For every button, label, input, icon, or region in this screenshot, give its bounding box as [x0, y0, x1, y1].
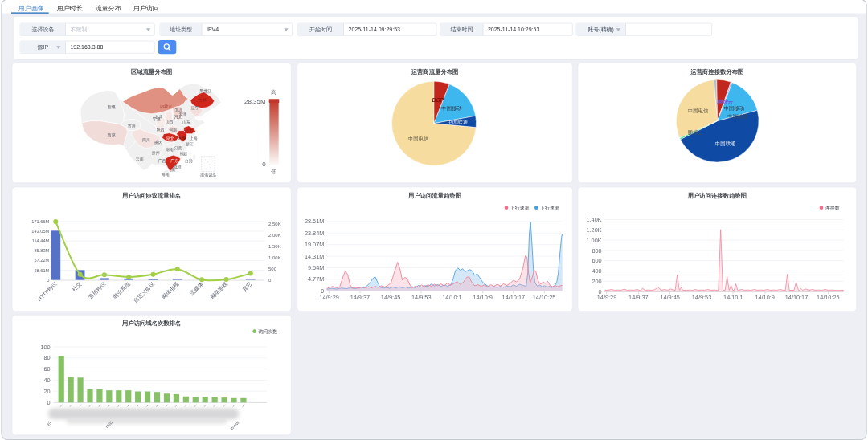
svg-text:1.40K: 1.40K	[587, 216, 602, 223]
svg-text:20: 20	[44, 388, 51, 395]
svg-text:14/10:9: 14/10:9	[473, 294, 492, 301]
svg-text:23.84M: 23.84M	[305, 230, 324, 237]
svg-text:0: 0	[262, 161, 266, 168]
svg-text:100: 100	[40, 344, 50, 351]
svg-text:中国联通: 中国联通	[715, 141, 735, 147]
svg-text:用户访问流量趋势图: 用户访问流量趋势图	[407, 192, 461, 199]
svg-text:福建: 福建	[180, 151, 188, 157]
svg-text:广西: 广西	[158, 158, 166, 164]
svg-text:内蒙古: 内蒙古	[160, 104, 172, 108]
svg-text:山东: 山东	[182, 120, 190, 124]
svg-text:14/10:25: 14/10:25	[817, 294, 840, 301]
svg-text:区域流量分布图: 区域流量分布图	[131, 68, 172, 75]
svg-text:连接数: 连接数	[825, 205, 840, 211]
svg-text:低: 低	[271, 169, 276, 174]
svg-text:14/9:29: 14/9:29	[319, 294, 338, 301]
svg-text:海南: 海南	[162, 172, 170, 177]
svg-text:14/9:37: 14/9:37	[350, 294, 370, 301]
svg-text:山西: 山西	[166, 119, 174, 124]
svg-text:河北: 河北	[174, 114, 182, 120]
svg-text:访问次数: 访问次数	[258, 328, 277, 335]
svg-text:湖北: 湖北	[166, 136, 174, 141]
svg-text:2.50K: 2.50K	[268, 222, 281, 226]
svg-text:600: 600	[592, 257, 601, 264]
svg-text:贵州: 贵州	[152, 150, 160, 155]
svg-text:中国铁通: 中国铁通	[727, 113, 747, 120]
svg-text:吉林: 吉林	[199, 97, 207, 102]
svg-text:中国移动: 中国移动	[441, 105, 461, 112]
svg-text:用户访问协议流量排名: 用户访问协议流量排名	[121, 192, 181, 199]
svg-text:14/9:53: 14/9:53	[692, 294, 711, 301]
svg-text:四川: 四川	[142, 137, 150, 143]
svg-text:14/10:17: 14/10:17	[502, 294, 526, 301]
svg-text:4.77M: 4.77M	[308, 275, 324, 283]
svg-text:青海: 青海	[128, 123, 136, 128]
svg-text:下行速率: 下行速率	[540, 205, 559, 210]
svg-text:85.83M: 85.83M	[34, 248, 49, 253]
svg-text:江西: 江西	[174, 145, 182, 151]
svg-text:江苏: 江苏	[186, 128, 194, 134]
svg-text:57.22M: 57.22M	[34, 258, 49, 263]
svg-text:14/10:1: 14/10:1	[442, 294, 461, 301]
svg-text:陕西: 陕西	[157, 127, 165, 132]
svg-text:14/10:1: 14/10:1	[723, 294, 743, 301]
svg-text:0: 0	[47, 278, 49, 283]
svg-text:1.50K: 1.50K	[268, 244, 281, 249]
svg-text:重庆: 重庆	[154, 140, 162, 145]
svg-text:114.44M: 114.44M	[32, 238, 50, 243]
svg-text:网络电视: 网络电视	[161, 281, 181, 301]
svg-text:中国联通: 中国联通	[448, 119, 468, 125]
svg-text:BGP: BGP	[432, 97, 444, 103]
svg-text:0: 0	[47, 399, 51, 406]
svg-text:广东: 广东	[170, 158, 178, 163]
svg-text:其它: 其它	[240, 281, 253, 294]
svg-text:14/9:45: 14/9:45	[381, 294, 400, 301]
svg-text:黑龙江: 黑龙江	[199, 88, 211, 94]
svg-text:中国电信: 中国电信	[408, 136, 429, 142]
svg-text:西藏: 西藏	[108, 132, 116, 138]
svg-text:143.05M: 143.05M	[31, 229, 49, 234]
svg-text:运营商连接数分布图: 运营商连接数分布图	[690, 68, 743, 75]
svg-text:上海: 上海	[190, 136, 198, 141]
svg-text:鹏博士: 鹏博士	[688, 129, 704, 136]
svg-text:171.66M: 171.66M	[31, 219, 49, 224]
svg-text:运营商流量分布图: 运营商流量分布图	[411, 68, 459, 75]
svg-text:南海诸岛: 南海诸岛	[200, 173, 216, 178]
svg-text:80: 80	[44, 354, 51, 361]
svg-text:用户访问连接数趋势图: 用户访问连接数趋势图	[687, 192, 747, 199]
svg-text:14/9:45: 14/9:45	[660, 294, 679, 301]
svg-text:高: 高	[271, 89, 276, 95]
svg-text:网络游戏: 网络游戏	[209, 281, 229, 301]
svg-text:19.07M: 19.07M	[305, 241, 324, 248]
svg-text:14/9:53: 14/9:53	[411, 294, 431, 301]
svg-text:用户访问域名次数排名: 用户访问域名次数排名	[121, 320, 181, 327]
svg-text:社交: 社交	[71, 281, 83, 293]
svg-text:14.31M: 14.31M	[305, 253, 324, 260]
svg-text:400: 400	[592, 267, 601, 275]
svg-text:澳门: 澳门	[170, 167, 178, 173]
svg-text:HTTP协议: HTTP协议	[36, 281, 59, 304]
svg-text:自定义协议: 自定义协议	[133, 281, 156, 304]
svg-text:200: 200	[592, 278, 601, 285]
svg-text:9.54M: 9.54M	[308, 264, 324, 271]
svg-text:云南: 云南	[136, 157, 144, 161]
svg-text:28.61M: 28.61M	[34, 268, 49, 273]
svg-text:湖南: 湖南	[166, 147, 174, 152]
svg-text:14/10:9: 14/10:9	[755, 294, 774, 301]
svg-text:流媒体: 流媒体	[188, 281, 205, 298]
svg-text:台湾: 台湾	[185, 158, 193, 164]
svg-text:60: 60	[44, 365, 51, 373]
svg-text:14/9:29: 14/9:29	[597, 294, 616, 301]
svg-text:辽宁: 辽宁	[191, 105, 199, 110]
svg-text:中国移动: 中国移动	[724, 105, 744, 112]
svg-text:1.20K: 1.20K	[587, 226, 602, 234]
svg-text:2.00K: 2.00K	[268, 233, 281, 238]
svg-text:浙江: 浙江	[186, 141, 194, 147]
svg-text:常用协议: 常用协议	[88, 281, 108, 301]
svg-text:新疆: 新疆	[108, 104, 116, 109]
svg-text:40: 40	[44, 377, 51, 384]
svg-text:28.35M: 28.35M	[244, 98, 266, 105]
svg-text:500: 500	[268, 267, 277, 271]
svg-text:1.00K: 1.00K	[268, 255, 281, 260]
svg-text:14/10:17: 14/10:17	[785, 294, 809, 301]
